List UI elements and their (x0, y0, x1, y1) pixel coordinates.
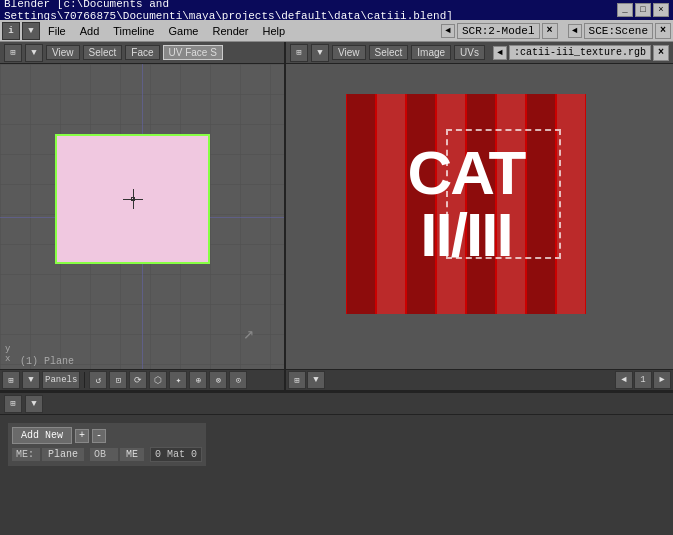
add-new-row: Add New + - (12, 427, 202, 444)
sce-close[interactable]: × (655, 23, 671, 39)
main-area: ↗ y x (1) Plane (0, 64, 673, 369)
viewport-info: (1) Plane (20, 356, 74, 367)
scr-arrow-left[interactable]: ◄ (441, 24, 455, 38)
texture-close[interactable]: × (653, 45, 669, 61)
frame-arrow-right[interactable]: ► (653, 371, 671, 389)
uv-view-btn[interactable]: View (332, 45, 366, 60)
material-data-row: ME: Plane OB ME 0 Mat 0 (12, 447, 202, 462)
sce-arrow-left[interactable]: ◄ (568, 24, 582, 38)
uv-uvs-btn[interactable]: UVs (454, 45, 485, 60)
3d-header-icon[interactable]: ⊞ (4, 44, 22, 62)
3d-uvface-btn[interactable]: UV Face S (163, 45, 223, 60)
menu-file[interactable]: File (42, 23, 72, 39)
plus-button[interactable]: + (75, 429, 89, 443)
tb-remove[interactable]: ⊗ (209, 371, 227, 389)
menu-add[interactable]: Add (74, 23, 106, 39)
tb-arrow-main[interactable]: ▼ (22, 371, 40, 389)
header-3d: ⊞ ▼ View Select Face UV Face S (0, 42, 286, 64)
panel-header: ⊞ ▼ (0, 393, 673, 415)
panel-icon[interactable]: ⊞ (4, 395, 22, 413)
toolbar-3d: ⊞ ▼ Panels ↺ ⊡ ⟳ ⬡ ✦ ⊕ ⊗ ⊙ (0, 369, 286, 391)
bottom-section: ⊞ ▼ Add New + - ME: Plane OB ME 0 Mat 0 (0, 391, 673, 516)
texture-selector: ◄ :catii-iii_texture.rgb × (493, 45, 669, 61)
menu-arrow[interactable]: ▼ (22, 22, 40, 40)
scr-selector-box[interactable]: SCR:2-Model (457, 23, 540, 39)
uv-select-btn[interactable]: Select (369, 45, 409, 60)
title-controls: _ □ × (617, 3, 669, 17)
panel-inner: Add New + - ME: Plane OB ME 0 Mat 0 (8, 423, 206, 466)
menu-help[interactable]: Help (257, 23, 292, 39)
3d-cursor: ↗ (243, 322, 254, 344)
menu-timeline[interactable]: Timeline (107, 23, 160, 39)
render-image: CATII/III (346, 94, 586, 314)
panel-arrow[interactable]: ▼ (25, 395, 43, 413)
3d-view-btn[interactable]: View (46, 45, 80, 60)
toolbars-row: ⊞ ▼ Panels ↺ ⊡ ⟳ ⬡ ✦ ⊕ ⊗ ⊙ ⊞ ▼ ◄ 1 ► (0, 369, 673, 391)
title-text: Blender [c:\Documents and Settings\70766… (4, 0, 617, 22)
scr-close[interactable]: × (542, 23, 558, 39)
minus-button[interactable]: - (92, 429, 106, 443)
viewport-3d[interactable]: ↗ y x (1) Plane (0, 64, 286, 369)
tb-hex[interactable]: ⬡ (149, 371, 167, 389)
ob-value: ME (120, 448, 144, 461)
render-text: CATII/III (408, 142, 525, 266)
stripe-8 (557, 94, 585, 314)
plane-object (55, 134, 210, 264)
viewport-headers: ⊞ ▼ View Select Face UV Face S ⊞ ▼ View … (0, 42, 673, 64)
tb-grid[interactable]: ⊡ (109, 371, 127, 389)
3d-header-arrow[interactable]: ▼ (25, 44, 43, 62)
info-icon[interactable]: i (2, 22, 20, 40)
3d-face-btn[interactable]: Face (125, 45, 159, 60)
uv-editor[interactable]: CATII/III (286, 64, 673, 369)
tb-icon-main[interactable]: ⊞ (2, 371, 20, 389)
header-uv: ⊞ ▼ View Select Image UVs ◄ :catii-iii_t… (286, 42, 673, 64)
tb-rotate[interactable]: ↺ (89, 371, 107, 389)
3d-select-btn[interactable]: Select (83, 45, 123, 60)
stripe-1 (347, 94, 375, 314)
menu-bar: i ▼ File Add Timeline Game Render Help ◄… (0, 20, 673, 42)
minimize-button[interactable]: _ (617, 3, 633, 17)
uv-tb-arrow[interactable]: ▼ (307, 371, 325, 389)
uv-image-btn[interactable]: Image (411, 45, 451, 60)
panel-content: Add New + - ME: Plane OB ME 0 Mat 0 (0, 415, 673, 474)
panels-label[interactable]: Panels (42, 371, 80, 389)
sce-selector-box[interactable]: SCE:Scene (584, 23, 653, 39)
texture-arrow-left[interactable]: ◄ (493, 46, 507, 60)
frame-arrow-left[interactable]: ◄ (615, 371, 633, 389)
me-label: ME: (12, 448, 40, 461)
axis-x-label: x (5, 354, 10, 364)
stripe-7 (527, 94, 555, 314)
toolbar-uv: ⊞ ▼ ◄ 1 ► (286, 369, 673, 391)
axis-indicator: y x (5, 344, 10, 364)
maximize-button[interactable]: □ (635, 3, 651, 17)
texture-name[interactable]: :catii-iii_texture.rgb (509, 45, 651, 60)
menu-render[interactable]: Render (206, 23, 254, 39)
cursor-crosshair (123, 189, 143, 209)
tb-refresh[interactable]: ⟳ (129, 371, 147, 389)
frame-number[interactable]: 1 (634, 371, 652, 389)
add-new-button[interactable]: Add New (12, 427, 72, 444)
uv-header-icon[interactable]: ⊞ (290, 44, 308, 62)
tb-add[interactable]: ⊕ (189, 371, 207, 389)
tb-circle[interactable]: ⊙ (229, 371, 247, 389)
toolbar-separator (84, 372, 85, 388)
menu-game[interactable]: Game (162, 23, 204, 39)
uv-tb-icon[interactable]: ⊞ (288, 371, 306, 389)
axis-y-label: y (5, 344, 10, 354)
main-layout: Blender [c:\Documents and Settings\70766… (0, 0, 673, 535)
ob-label: OB (90, 448, 118, 461)
title-bar: Blender [c:\Documents and Settings\70766… (0, 0, 673, 20)
close-button[interactable]: × (653, 3, 669, 17)
scr-selector: ◄ SCR:2-Model × ◄ SCE:Scene × (441, 23, 671, 39)
mat-field[interactable]: 0 Mat 0 (150, 447, 202, 462)
crosshair-dot (131, 197, 135, 201)
stripe-2 (377, 94, 405, 314)
uv-header-arrow[interactable]: ▼ (311, 44, 329, 62)
me-value: Plane (42, 448, 84, 461)
tb-lamp[interactable]: ✦ (169, 371, 187, 389)
